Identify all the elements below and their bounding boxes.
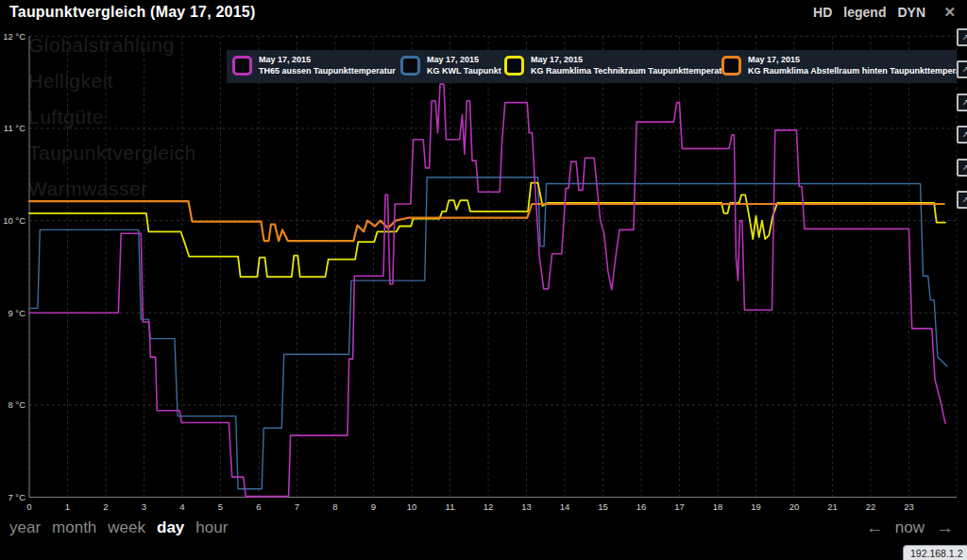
x-axis-tick-label: 6 [256,501,261,512]
x-axis-tick-label: 17 [674,501,685,512]
series-swatch-blue [400,56,420,76]
legend-toggle-button[interactable]: legend [843,5,886,20]
range-tab-day[interactable]: day [157,518,184,537]
x-axis-tick-label: 10 [407,501,417,512]
status-url-tooltip: 192.168.1.2 [903,545,967,560]
y-axis-tick-label: 8 °C [8,399,25,410]
legend-item-label: May 17, 2015 TH65 aussen Taupunkttempera… [259,54,396,76]
x-axis-tick-label: 3 [142,501,146,512]
chart-legend: May 17, 2015 TH65 aussen Taupunkttempera… [227,50,957,83]
series-line[interactable] [29,84,945,496]
series-line[interactable] [29,183,945,278]
x-axis-tick-label: 8 [332,501,337,512]
x-axis-tick-label: 18 [713,501,723,512]
now-button[interactable]: now [895,518,925,537]
x-axis-tick-label: 7 [295,501,299,512]
close-icon[interactable]: ✕ [943,4,956,21]
range-tab-year[interactable]: year [9,518,41,537]
x-axis-tick-label: 0 [26,501,31,512]
x-axis-tick-label: 21 [827,501,838,512]
prev-arrow-icon[interactable]: ← [866,518,884,538]
series-swatch-yellow [504,56,524,76]
open-in-window-icon[interactable]: ↗ [957,159,967,177]
x-axis-tick-label: 19 [751,501,761,512]
page-title: Taupunktvergleich (May 17, 2015) [9,4,255,21]
x-axis-tick-label: 22 [866,501,876,512]
legend-item-technikraum[interactable]: May 17, 2015 KG Raumklima Technikraum Ta… [504,54,730,76]
x-axis-tick-label: 15 [598,501,608,512]
dyn-button[interactable]: DYN [897,5,925,20]
x-axis-tick-label: 23 [904,501,914,512]
x-axis-tick-label: 5 [218,501,223,512]
y-axis-tick-label: 9 °C [8,308,25,318]
time-navigation: ← now → [866,518,954,538]
open-in-window-icon[interactable]: ↗ [957,28,967,46]
legend-item-abstellraum[interactable]: May 17, 2015 KG Raumklima Abstellraum hi… [721,54,967,76]
x-axis-tick-label: 12 [484,501,494,512]
x-axis-tick-label: 4 [179,501,184,512]
open-in-window-icon[interactable]: ↗ [957,126,967,144]
x-axis-tick-label: 16 [636,501,647,512]
next-arrow-icon[interactable]: → [936,518,954,538]
chart-canvas[interactable]: 12 °C11 °C10 °C9 °C8 °C7 °C0123456789101… [0,0,967,560]
x-axis-tick-label: 2 [103,501,108,512]
legend-item-label: May 17, 2015 KG Raumklima Abstellraum hi… [748,54,967,76]
legend-item-label: May 17, 2015 KG KWL Taupunkt [427,54,501,76]
x-axis-tick-label: 1 [65,501,70,512]
x-axis-tick-label: 9 [371,501,376,512]
y-axis-tick-label: 10 °C [3,215,25,226]
range-tab-week[interactable]: week [108,518,145,537]
open-in-window-icon[interactable]: ↗ [957,93,967,111]
x-axis-tick-label: 13 [521,501,532,512]
legend-item-th65-aussen[interactable]: May 17, 2015 TH65 aussen Taupunkttempera… [232,54,396,76]
y-axis-tick-label: 11 °C [4,123,25,133]
time-range-bar: year month week day hour ← now → [0,515,967,544]
range-tab-hour[interactable]: hour [195,518,228,537]
y-axis-tick-label: 12 °C [3,31,25,42]
chart-controls: HD legend DYN [813,5,925,20]
x-axis-tick-label: 11 [446,501,455,512]
range-tabs: year month week day hour [9,518,228,537]
x-axis-tick-label: 20 [789,501,800,512]
range-tab-month[interactable]: month [52,518,96,537]
series-swatch-orange [721,56,741,76]
y-axis-tick-label: 7 °C [8,492,25,502]
open-in-window-icon[interactable]: ↗ [957,60,967,78]
title-bar: Taupunktvergleich (May 17, 2015) HD lege… [0,0,967,26]
series-swatch-magenta [232,56,252,76]
open-in-window-icon[interactable]: ↗ [957,191,967,209]
hd-button[interactable]: HD [813,5,832,20]
legend-item-label: May 17, 2015 KG Raumklima Technikraum Ta… [531,54,730,76]
legend-item-kg-kwl[interactable]: May 17, 2015 KG KWL Taupunkt [400,54,501,76]
x-axis-tick-label: 14 [560,501,570,512]
